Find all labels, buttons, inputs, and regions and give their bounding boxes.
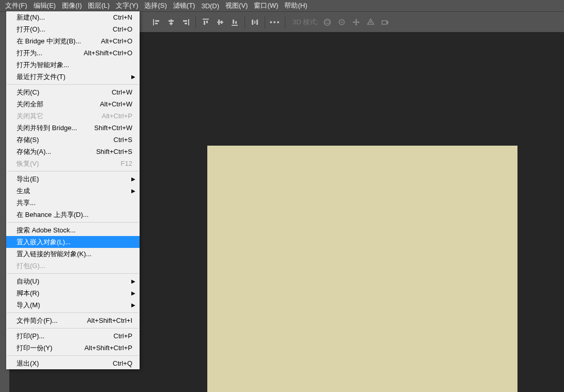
svg-rect-19 xyxy=(256,20,258,25)
file-menu-dropdown: 新建(N)...Ctrl+N打开(O)...Ctrl+O在 Bridge 中浏览… xyxy=(6,11,140,369)
menu-item[interactable]: 打印(P)...Ctrl+P xyxy=(6,330,140,342)
svg-point-22 xyxy=(324,21,330,23)
menu-item[interactable]: 置入嵌入对象(L)... xyxy=(6,236,140,248)
submenu-arrow-icon: ▶ xyxy=(131,74,135,80)
menu-layer[interactable]: 图层(L) xyxy=(85,0,113,11)
menu-item-shortcut: Alt+Ctrl+P xyxy=(102,112,132,120)
svg-rect-10 xyxy=(204,21,205,25)
menu-item-label: 在 Bridge 中浏览(B)... xyxy=(17,37,95,46)
distribute-center-v-icon[interactable] xyxy=(215,17,226,28)
menu-item-label: 置入链接的智能对象(K)... xyxy=(17,249,132,259)
svg-rect-13 xyxy=(218,20,220,25)
menu-3d[interactable]: 3D(D) xyxy=(198,1,222,11)
menu-item-shortcut: Shift+Ctrl+S xyxy=(96,148,132,155)
3d-slide-icon[interactable] xyxy=(365,17,376,28)
menu-item-label: 打开为... xyxy=(17,49,78,58)
menu-item-label: 退出(X) xyxy=(17,359,106,368)
svg-rect-14 xyxy=(221,21,222,24)
menu-item-label: 打印一份(Y) xyxy=(17,343,78,353)
menu-item[interactable]: 在 Bridge 中浏览(B)...Alt+Ctrl+O xyxy=(6,35,140,47)
menu-separator xyxy=(7,355,139,356)
menu-item[interactable]: 打印一份(Y)Alt+Shift+Ctrl+P xyxy=(6,342,140,354)
svg-rect-16 xyxy=(233,20,234,24)
more-options-icon[interactable]: ••• xyxy=(269,17,281,28)
menu-item[interactable]: 导入(M)▶ xyxy=(6,299,140,311)
3d-camera-icon[interactable] xyxy=(379,17,391,28)
distribute-top-icon[interactable] xyxy=(200,17,211,28)
svg-rect-26 xyxy=(354,22,358,23)
menu-item[interactable]: 在 Behance 上共享(D)... xyxy=(6,209,140,221)
document-canvas[interactable] xyxy=(207,146,517,392)
menu-filter[interactable]: 滤镜(T) xyxy=(170,0,199,11)
menu-item[interactable]: 文件简介(F)...Alt+Shift+Ctrl+I xyxy=(6,315,140,326)
distribute-spacing-icon[interactable] xyxy=(249,17,261,28)
menu-separator xyxy=(7,171,139,171)
menu-edit[interactable]: 编辑(E) xyxy=(31,0,59,11)
menu-item-label: 自动(U) xyxy=(17,277,132,286)
menu-select[interactable]: 选择(S) xyxy=(141,0,170,11)
menu-item[interactable]: 最近打开文件(T)▶ xyxy=(6,71,140,83)
menu-item[interactable]: 共享... xyxy=(6,197,140,209)
distribute-bottom-icon[interactable] xyxy=(229,17,240,28)
menu-view[interactable]: 视图(V) xyxy=(222,0,251,11)
svg-rect-28 xyxy=(382,21,387,24)
svg-rect-8 xyxy=(185,23,187,24)
menu-item[interactable]: 打开为...Alt+Shift+Ctrl+O xyxy=(6,47,140,59)
menu-item-shortcut: Ctrl+P xyxy=(114,332,132,340)
menu-item-label: 搜索 Adobe Stock... xyxy=(17,226,132,235)
menu-item[interactable]: 打开(O)...Ctrl+O xyxy=(6,23,140,35)
menu-item-label: 恢复(V) xyxy=(17,159,115,168)
menu-item[interactable]: 关闭(C)Ctrl+W xyxy=(6,86,140,98)
submenu-arrow-icon: ▶ xyxy=(131,302,135,308)
submenu-arrow-icon: ▶ xyxy=(131,278,135,284)
3d-orbit-icon[interactable] xyxy=(322,17,333,28)
svg-point-24 xyxy=(341,21,342,23)
menu-item[interactable]: 退出(X)Ctrl+Q xyxy=(6,357,140,369)
menu-item[interactable]: 新建(N)...Ctrl+N xyxy=(6,11,140,23)
menu-item-shortcut: Ctrl+Q xyxy=(113,359,132,367)
menu-item[interactable]: 存储为(A)...Shift+Ctrl+S xyxy=(6,146,140,158)
menu-item[interactable]: 自动(U)▶ xyxy=(6,275,140,287)
menu-item-label: 打印(P)... xyxy=(17,332,108,341)
menu-file[interactable]: 文件(F) xyxy=(2,0,31,11)
menu-separator xyxy=(7,312,139,313)
svg-point-21 xyxy=(324,19,330,25)
svg-rect-20 xyxy=(254,21,255,24)
3d-pan-icon[interactable] xyxy=(350,17,362,28)
menu-item-shortcut: Alt+Shift+Ctrl+I xyxy=(87,317,132,324)
menu-help[interactable]: 帮助(H) xyxy=(281,0,310,11)
svg-point-27 xyxy=(370,21,371,23)
menu-image[interactable]: 图像(I) xyxy=(59,0,85,11)
svg-rect-2 xyxy=(155,23,158,24)
menu-window[interactable]: 窗口(W) xyxy=(251,0,281,11)
svg-rect-3 xyxy=(171,19,172,25)
menu-item-label: 关闭全部 xyxy=(17,100,94,109)
menu-item-label: 打开(O)... xyxy=(17,25,106,34)
separator xyxy=(195,16,196,28)
menu-item-label: 生成 xyxy=(17,186,132,196)
menu-item[interactable]: 关闭并转到 Bridge...Shift+Ctrl+W xyxy=(6,122,140,134)
menu-item[interactable]: 脚本(R)▶ xyxy=(6,287,140,299)
menu-item-label: 打开为智能对象... xyxy=(17,60,132,70)
menu-item[interactable]: 导出(E)▶ xyxy=(6,173,140,185)
align-right-icon[interactable] xyxy=(180,17,191,28)
menu-item[interactable]: 搜索 Adobe Stock... xyxy=(6,224,140,236)
svg-rect-0 xyxy=(153,19,154,25)
menu-item[interactable]: 存储(S)Ctrl+S xyxy=(6,134,140,146)
align-left-icon[interactable] xyxy=(151,17,162,28)
menu-item[interactable]: 置入链接的智能对象(K)... xyxy=(6,248,140,260)
menu-item[interactable]: 打开为智能对象... xyxy=(6,59,140,71)
menu-item-label: 共享... xyxy=(17,198,132,208)
svg-rect-6 xyxy=(188,19,189,25)
menu-item-label: 存储为(A)... xyxy=(17,147,90,156)
3d-roll-icon[interactable] xyxy=(336,17,347,28)
menu-item[interactable]: 关闭全部Alt+Ctrl+W xyxy=(6,98,140,110)
menu-item-label: 最近打开文件(T) xyxy=(17,72,132,82)
menu-separator xyxy=(7,328,139,328)
svg-rect-4 xyxy=(169,20,174,22)
menu-item[interactable]: 生成▶ xyxy=(6,185,140,197)
align-center-h-icon[interactable] xyxy=(165,17,177,28)
svg-rect-18 xyxy=(252,20,253,25)
menu-type[interactable]: 文字(Y) xyxy=(113,0,141,11)
menu-item-label: 导入(M) xyxy=(17,301,132,310)
